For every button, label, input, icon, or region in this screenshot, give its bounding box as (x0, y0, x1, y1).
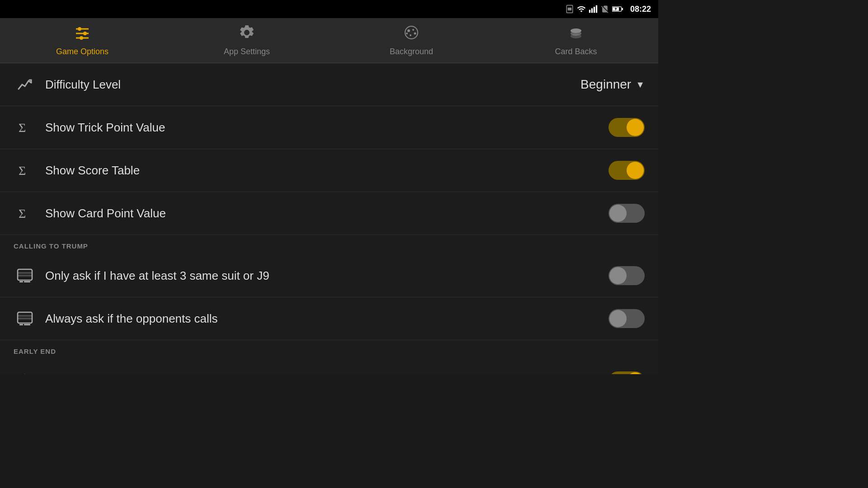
status-time: 08:22 (630, 5, 651, 14)
always-ask-toggle[interactable] (609, 309, 645, 328)
only-ask-row: Only ask if I have at least 3 same suit … (0, 254, 658, 297)
svg-point-10 (78, 27, 81, 31)
svg-point-16 (407, 29, 410, 32)
difficulty-dropdown[interactable]: Beginner ▼ (580, 77, 645, 92)
early-end-header: EARLY END (0, 340, 658, 360)
score-table-knob (627, 162, 644, 179)
svg-rect-5 (596, 5, 597, 13)
end-round-knob (627, 372, 644, 374)
svg-text:Σ: Σ (19, 206, 26, 221)
show-card-point-value-row: Σ Show Card Point Value (0, 192, 658, 235)
always-ask-knob (609, 310, 627, 327)
difficulty-value: Beginner (580, 77, 631, 92)
sim-icon (565, 5, 574, 14)
background-icon (403, 24, 420, 44)
always-ask-label: Always ask if the opponents calls (45, 312, 609, 326)
trick-point-icon: Σ (14, 116, 36, 139)
score-table-icon: Σ (14, 159, 36, 182)
svg-point-18 (414, 33, 416, 35)
svg-point-20 (406, 33, 408, 34)
svg-rect-34 (18, 318, 32, 319)
tab-card-backs[interactable]: Card Backs (494, 18, 658, 63)
only-ask-icon (14, 264, 36, 287)
svg-rect-4 (594, 7, 595, 13)
svg-rect-30 (19, 281, 23, 282)
svg-point-12 (83, 32, 87, 35)
signal-icon (589, 5, 598, 14)
svg-rect-33 (18, 315, 32, 317)
only-ask-toggle[interactable] (609, 266, 645, 285)
game-options-icon (74, 24, 90, 44)
status-icons (565, 5, 623, 14)
difficulty-icon (14, 73, 36, 96)
svg-point-17 (412, 29, 414, 31)
svg-rect-29 (18, 275, 32, 277)
svg-rect-36 (24, 324, 30, 325)
svg-point-15 (405, 26, 418, 39)
trick-point-knob (627, 119, 644, 136)
always-ask-row: Always ask if the opponents calls (0, 297, 658, 340)
card-point-icon: Σ (14, 202, 36, 225)
card-backs-icon (568, 24, 584, 44)
always-ask-icon (14, 307, 36, 330)
tab-card-backs-label: Card Backs (555, 47, 597, 56)
svg-point-23 (571, 28, 581, 33)
status-bar: 08:22 (0, 0, 658, 18)
score-table-label: Show Score Table (45, 164, 609, 178)
difficulty-label: Difficulty Level (45, 78, 580, 92)
end-round-icon (14, 370, 36, 374)
tab-game-options[interactable]: Game Options (0, 18, 165, 63)
difficulty-row[interactable]: Difficulty Level Beginner ▼ (0, 63, 658, 106)
tab-background[interactable]: Background (329, 18, 494, 63)
card-point-label: Show Card Point Value (45, 206, 609, 221)
end-round-early-row: End round early on win/defeat (0, 360, 658, 374)
tab-bar: Game Options App Settings Background (0, 18, 658, 63)
only-ask-knob (609, 267, 627, 284)
trick-point-label: Show Trick Point Value (45, 121, 609, 135)
show-score-table-row: Σ Show Score Table (0, 149, 658, 192)
battery-icon (612, 5, 623, 14)
card-point-toggle[interactable] (609, 204, 645, 223)
tab-app-settings[interactable]: App Settings (165, 18, 329, 63)
tab-game-options-label: Game Options (56, 47, 108, 56)
content-area: Difficulty Level Beginner ▼ Σ Show Trick… (0, 63, 658, 374)
trick-point-toggle[interactable] (609, 118, 645, 137)
svg-rect-31 (24, 281, 30, 282)
dropdown-arrow: ▼ (636, 80, 645, 90)
show-trick-point-value-row: Σ Show Trick Point Value (0, 106, 658, 149)
svg-rect-1 (568, 8, 571, 11)
svg-point-14 (80, 36, 83, 40)
only-ask-label: Only ask if I have at least 3 same suit … (45, 269, 609, 283)
end-round-label: End round early on win/defeat (45, 374, 609, 375)
end-round-toggle[interactable] (609, 371, 645, 374)
tab-app-settings-label: App Settings (224, 47, 270, 56)
calling-to-trump-header: CALLING TO TRUMP (0, 235, 658, 254)
score-table-toggle[interactable] (609, 161, 645, 180)
svg-rect-2 (589, 10, 590, 13)
no-sim-icon (600, 5, 609, 14)
svg-text:Σ: Σ (19, 121, 26, 135)
svg-text:Σ: Σ (19, 164, 26, 178)
wifi-icon (577, 5, 586, 14)
svg-point-19 (410, 34, 411, 36)
svg-rect-35 (19, 324, 23, 325)
svg-rect-3 (591, 8, 593, 13)
card-point-knob (609, 205, 627, 222)
tab-background-label: Background (390, 47, 433, 56)
svg-rect-28 (18, 272, 32, 274)
app-settings-icon (239, 24, 255, 44)
svg-rect-8 (622, 8, 623, 10)
